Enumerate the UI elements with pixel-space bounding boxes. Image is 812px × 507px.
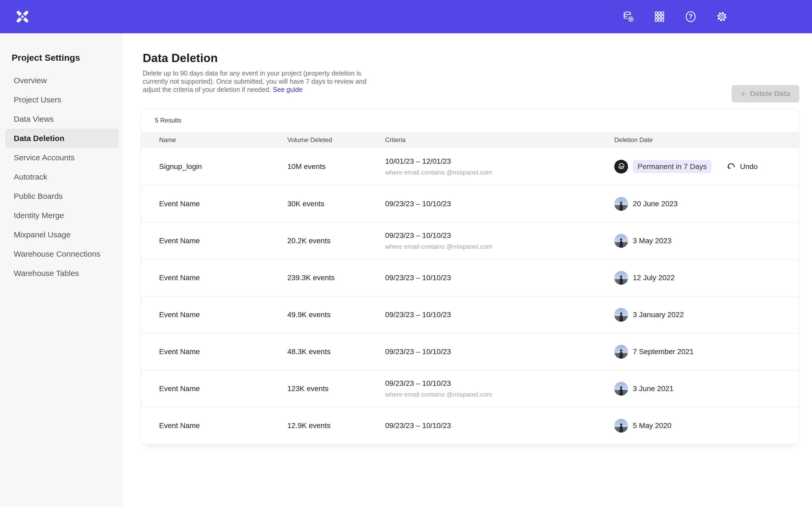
status-badge: Permanent in 7 Days <box>633 160 711 173</box>
delete-data-label: Delete Data <box>750 90 790 98</box>
sidebar-item-public-boards[interactable]: Public Boards <box>5 186 119 206</box>
row-name: Event Name <box>159 237 287 245</box>
avatar <box>614 197 628 211</box>
sidebar-item-warehouse-connections[interactable]: Warehouse Connections <box>5 244 119 264</box>
criteria-range: 09/23/23 – 10/10/23 <box>385 379 614 388</box>
row-volume: 123K events <box>287 385 385 393</box>
project-settings-sidebar: Project Settings Overview Project Users … <box>0 33 123 507</box>
results-count: 5 Results <box>141 109 799 131</box>
column-header-deletion-date: Deletion Date <box>614 136 799 144</box>
sidebar-title: Project Settings <box>0 51 122 64</box>
page-title: Data Deletion <box>143 52 812 64</box>
sidebar-item-mixpanel-usage[interactable]: Mixpanel Usage <box>5 225 119 244</box>
deletion-date: 20 June 2023 <box>633 200 678 208</box>
criteria-condition: where email contains @mixpanel.com <box>385 243 614 250</box>
deletion-date: 12 July 2022 <box>633 274 675 282</box>
row-name: Signup_login <box>159 162 287 171</box>
criteria-range: 09/23/23 – 10/10/23 <box>385 311 614 319</box>
question-glyph: ? <box>689 13 693 20</box>
row-name: Event Name <box>159 200 287 208</box>
deletion-date: 5 May 2020 <box>633 421 671 430</box>
sidebar-item-service-accounts[interactable]: Service Accounts <box>5 148 119 167</box>
deletion-date: 3 January 2022 <box>633 311 684 319</box>
undo-icon <box>726 162 736 172</box>
page-description-text: Delete up to 90 days data for any event … <box>143 69 366 93</box>
data-management-icon[interactable] <box>622 11 635 23</box>
table-row: Event Name 123K events 09/23/23 – 10/10/… <box>141 370 799 407</box>
main-content: Data Deletion Delete up to 90 days data … <box>123 33 812 507</box>
table-row: Event Name 49.9K events 09/23/23 – 10/10… <box>141 296 799 333</box>
undo-label: Undo <box>740 162 758 171</box>
row-name: Event Name <box>159 421 287 430</box>
page-description: Delete up to 90 days data for any event … <box>143 69 380 94</box>
row-volume: 30K events <box>287 200 385 208</box>
row-volume: 12.9K events <box>287 421 385 430</box>
column-header-volume: Volume Deleted <box>287 136 385 144</box>
settings-gear-icon[interactable] <box>716 11 728 23</box>
table-row: Event Name 20.2K events 09/23/23 – 10/10… <box>141 222 799 259</box>
row-volume: 10M events <box>287 162 385 171</box>
row-name: Event Name <box>159 347 287 356</box>
sidebar-item-autotrack[interactable]: Autotrack <box>5 167 119 186</box>
avatar <box>614 160 628 173</box>
criteria-range: 09/23/23 – 10/10/23 <box>385 231 614 240</box>
table-header-row: Name Volume Deleted Criteria Deletion Da… <box>141 131 799 148</box>
row-volume: 20.2K events <box>287 237 385 245</box>
sidebar-item-warehouse-tables[interactable]: Warehouse Tables <box>5 264 119 283</box>
deletion-date: 7 September 2021 <box>633 347 694 356</box>
table-row: Event Name 239.3K events 09/23/23 – 10/1… <box>141 259 799 296</box>
row-volume: 49.9K events <box>287 311 385 319</box>
deletion-date: 3 May 2023 <box>633 237 671 245</box>
undo-button[interactable]: Undo <box>726 162 758 172</box>
avatar <box>614 419 628 433</box>
sidebar-item-data-views[interactable]: Data Views <box>5 109 119 129</box>
sidebar-item-identity-merge[interactable]: Identity Merge <box>5 206 119 225</box>
avatar <box>614 345 628 358</box>
delete-data-button[interactable]: + Delete Data <box>732 85 799 103</box>
mixpanel-logo-icon[interactable] <box>16 10 29 23</box>
row-volume: 48.3K events <box>287 347 385 356</box>
table-row: Event Name 12.9K events 09/23/23 – 10/10… <box>141 407 799 444</box>
deletion-results-card: 5 Results Name Volume Deleted Criteria D… <box>141 109 799 444</box>
criteria-range: 09/23/23 – 10/10/23 <box>385 274 614 282</box>
table-row: Signup_login 10M events 10/01/23 – 12/01… <box>141 148 799 185</box>
see-guide-link[interactable]: See guide <box>273 86 303 93</box>
column-header-criteria: Criteria <box>385 136 614 144</box>
table-row: Event Name 48.3K events 09/23/23 – 10/10… <box>141 333 799 370</box>
avatar <box>614 271 628 285</box>
criteria-range: 09/23/23 – 10/10/23 <box>385 347 614 356</box>
help-icon[interactable]: ? <box>684 11 697 23</box>
row-name: Event Name <box>159 385 287 393</box>
avatar <box>614 234 628 248</box>
deletion-date: 3 June 2021 <box>633 385 673 393</box>
criteria-condition: where email contains @mixpanel.com <box>385 169 614 176</box>
avatar <box>614 308 628 322</box>
topbar-icon-group: ? <box>622 11 812 23</box>
row-name: Event Name <box>159 274 287 282</box>
sidebar-item-overview[interactable]: Overview <box>5 71 119 90</box>
apps-grid-icon[interactable] <box>653 11 666 23</box>
criteria-range: 09/23/23 – 10/10/23 <box>385 200 614 208</box>
row-volume: 239.3K events <box>287 274 385 282</box>
sidebar-item-data-deletion[interactable]: Data Deletion <box>5 129 119 148</box>
avatar <box>614 382 628 396</box>
criteria-condition: where email contains @mixpanel.com <box>385 391 614 398</box>
column-header-name: Name <box>159 136 287 144</box>
table-row: Event Name 30K events 09/23/23 – 10/10/2… <box>141 185 799 222</box>
row-name: Event Name <box>159 311 287 319</box>
plus-icon: + <box>741 89 746 98</box>
criteria-range: 09/23/23 – 10/10/23 <box>385 421 614 430</box>
criteria-range: 10/01/23 – 12/01/23 <box>385 157 614 166</box>
top-navigation-bar: ? <box>0 0 812 33</box>
sidebar-item-project-users[interactable]: Project Users <box>5 90 119 109</box>
